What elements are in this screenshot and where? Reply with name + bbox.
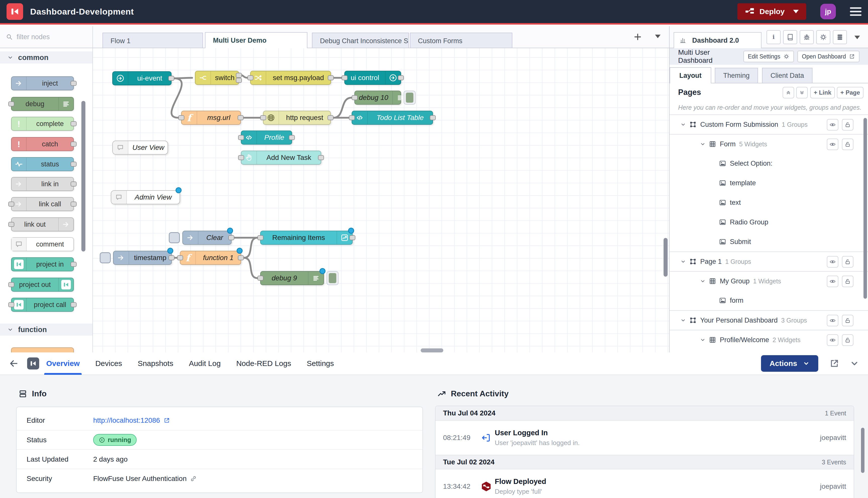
- node-switch[interactable]: switch: [195, 71, 239, 85]
- canvas-horizontal-scrollbar[interactable]: [421, 349, 443, 352]
- output-port[interactable]: [328, 75, 334, 80]
- tree-row-widget[interactable]: template: [670, 173, 868, 193]
- filter-nodes-input[interactable]: [16, 33, 80, 41]
- tab-audit-log[interactable]: Audit Log: [189, 352, 221, 375]
- node-remaining-items[interactable]: Remaining Items: [260, 231, 353, 245]
- visibility-button[interactable]: [827, 335, 838, 346]
- flowfuse-logo-icon[interactable]: [7, 3, 23, 20]
- output-port[interactable]: [168, 76, 174, 81]
- main-menu-icon[interactable]: [850, 7, 861, 16]
- move-up-button[interactable]: [782, 87, 794, 99]
- node-function-1[interactable]: f function 1: [180, 251, 241, 265]
- node-todo-list-table[interactable]: Todo List Table: [352, 111, 433, 125]
- tree-row-widget[interactable]: Submit: [670, 232, 868, 251]
- input-port[interactable]: [257, 276, 263, 280]
- input-port[interactable]: [177, 255, 183, 260]
- visibility-button[interactable]: [827, 315, 838, 326]
- deploy-button[interactable]: Deploy: [737, 3, 806, 20]
- info-tab-button[interactable]: [766, 30, 781, 44]
- input-port[interactable]: [260, 115, 266, 120]
- node-msg-url[interactable]: f msg.url: [181, 111, 241, 125]
- debug-toggle-button[interactable]: [404, 91, 416, 105]
- input-port[interactable]: [178, 115, 184, 120]
- tree-row-widget[interactable]: Select Option:: [670, 154, 868, 173]
- palette-node-link-in[interactable]: link in: [11, 177, 74, 191]
- tab-debug-chart[interactable]: Debug Chart Inconsistence S: [312, 32, 409, 48]
- visibility-button[interactable]: [827, 119, 838, 131]
- node-change[interactable]: set msg.payload: [250, 71, 331, 85]
- node-profile[interactable]: Profile: [241, 131, 292, 145]
- palette-node-inject[interactable]: inject: [11, 76, 74, 90]
- input-port[interactable]: [257, 235, 263, 240]
- output-port[interactable]: [289, 135, 295, 140]
- input-port[interactable]: [238, 135, 244, 140]
- canvas-vertical-scrollbar[interactable]: [663, 238, 668, 277]
- tree-row-page[interactable]: Your Personal Dashboard 3 Groups: [670, 310, 868, 330]
- output-port-2[interactable]: [236, 78, 242, 83]
- add-link-button[interactable]: + Link: [810, 87, 835, 99]
- tree-row-page[interactable]: Page 1 1 Groups: [670, 251, 868, 271]
- node-ui-event[interactable]: ui-event: [112, 71, 171, 86]
- palette-node-project-in[interactable]: project in: [11, 257, 74, 271]
- lock-button[interactable]: [842, 335, 853, 346]
- visibility-button[interactable]: [827, 139, 838, 150]
- output-port-1[interactable]: [236, 73, 242, 78]
- tree-row-page[interactable]: Custom Form Submission 1 Groups: [670, 115, 868, 134]
- output-port[interactable]: [228, 235, 234, 240]
- tab-overview[interactable]: Overview: [46, 352, 80, 375]
- help-tab-button[interactable]: [783, 30, 797, 44]
- input-port[interactable]: [349, 115, 355, 120]
- actions-button[interactable]: Actions: [761, 355, 818, 372]
- tab-multi-user-demo[interactable]: Multi User Demo: [205, 32, 308, 48]
- tree-row-group[interactable]: Profile/Welcome 2 Widgets: [670, 330, 868, 350]
- move-down-button[interactable]: [796, 87, 808, 99]
- tree-row-group[interactable]: Form 5 Widgets: [670, 134, 868, 154]
- node-debug-9[interactable]: debug 9: [260, 271, 324, 285]
- palette-scrollbar[interactable]: [81, 101, 86, 251]
- tab-dashboard-2[interactable]: Dashboard 2.0: [674, 32, 762, 48]
- lock-button[interactable]: [842, 119, 853, 131]
- tab-flow-1[interactable]: Flow 1: [103, 32, 203, 48]
- tab-layout[interactable]: Layout: [670, 67, 711, 83]
- visibility-button[interactable]: [827, 276, 838, 287]
- add-flow-button[interactable]: [633, 32, 643, 42]
- context-tab-button[interactable]: [833, 30, 847, 44]
- output-port[interactable]: [318, 155, 324, 160]
- node-clear[interactable]: Clear: [182, 231, 232, 245]
- tab-node-red-logs[interactable]: Node-RED Logs: [236, 352, 291, 375]
- open-dashboard-button[interactable]: Open Dashboard: [798, 51, 859, 62]
- output-port[interactable]: [238, 255, 244, 260]
- input-port[interactable]: [352, 95, 358, 100]
- sidebar-scrollbar[interactable]: [864, 118, 867, 299]
- edit-settings-button[interactable]: Edit Settings: [743, 51, 794, 62]
- palette-node-debug[interactable]: debug: [11, 97, 74, 111]
- lock-button[interactable]: [842, 139, 853, 150]
- sidebar-more-caret-icon[interactable]: [854, 36, 860, 39]
- tree-row-group[interactable]: My Group 1 Widgets: [670, 271, 868, 291]
- palette-node-link-out[interactable]: link out: [11, 218, 74, 232]
- config-tab-button[interactable]: [816, 30, 830, 44]
- input-port[interactable]: [238, 155, 244, 160]
- output-port[interactable]: [237, 115, 244, 120]
- activity-scrollbar[interactable]: [861, 428, 865, 473]
- open-editor-icon[interactable]: [829, 358, 839, 368]
- palette-node-comment[interactable]: comment: [11, 237, 74, 251]
- palette-node-function-partial[interactable]: [11, 348, 74, 352]
- debug-tab-button[interactable]: [800, 30, 814, 44]
- add-page-button[interactable]: + Page: [837, 87, 864, 99]
- back-icon[interactable]: [9, 358, 18, 368]
- tree-row-widget[interactable]: text: [670, 193, 868, 212]
- visibility-button[interactable]: [827, 256, 838, 267]
- tab-theming[interactable]: Theming: [715, 68, 758, 83]
- output-port[interactable]: [327, 115, 334, 120]
- node-debug-10[interactable]: debug 10: [354, 91, 401, 105]
- node-ui-control[interactable]: ui control: [344, 71, 401, 85]
- link-icon[interactable]: [190, 475, 197, 482]
- inject-button[interactable]: [100, 252, 111, 263]
- debug-toggle-button[interactable]: [326, 271, 339, 285]
- lock-button[interactable]: [842, 276, 853, 287]
- activity-event-row[interactable]: 13:34:42 Flow Deployed Deploy type 'full…: [436, 469, 854, 498]
- tab-snapshots[interactable]: Snapshots: [138, 352, 173, 375]
- palette-node-project-call[interactable]: project call: [11, 298, 74, 312]
- node-add-new-task[interactable]: Add New Task: [241, 150, 321, 165]
